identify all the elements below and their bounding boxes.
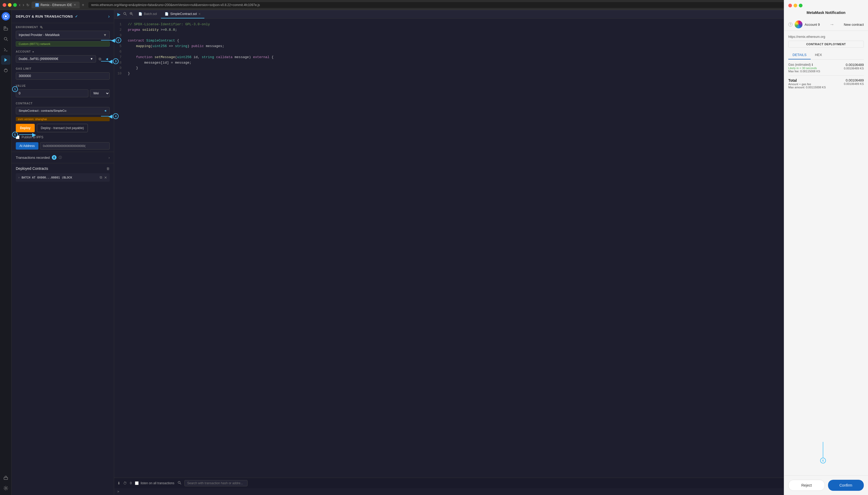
environment-selector[interactable]: Injected Provider - MetaMask ▼	[16, 31, 110, 39]
gas-limit-label: GAS LIMIT	[12, 65, 114, 71]
sidebar-item-deploy[interactable]	[1, 55, 11, 65]
mm-gas-row: Gas (estimated) ℹ Likely in < 30 seconds…	[788, 63, 864, 73]
copy-account-icon[interactable]: ⧉	[98, 56, 102, 62]
mm-separator	[788, 75, 864, 76]
network-badge: Custom (88771) network	[16, 41, 110, 47]
nav-back[interactable]: ‹	[19, 2, 20, 7]
deploy-button[interactable]: Deploy	[16, 124, 35, 132]
deployed-contracts-section: Deployed Contracts 🗑 › BATCH AT 0X000...…	[12, 163, 114, 185]
deploy-transact-button[interactable]: Deploy - transact (not payable)	[37, 124, 88, 132]
mm-maxfee-value: 0.00115008 KS	[800, 70, 820, 73]
new-tab-button[interactable]: +	[82, 3, 84, 7]
mm-gas-values: 0.00106489 0.00106489 KS	[844, 63, 864, 70]
line-numbers: 1 2 3 4 5 6 7 8 9 10	[114, 19, 123, 478]
gas-limit-input[interactable]	[16, 72, 110, 80]
sidebar-item-settings[interactable]	[1, 483, 11, 493]
nav-refresh[interactable]: ↻	[26, 3, 30, 7]
editor-tabs: ▶ 📄 Batch.sol 📄 SimpleContract.sol ✕	[114, 10, 868, 19]
account-dropdown-icon: ▼	[90, 57, 93, 61]
reject-button[interactable]: Reject	[788, 480, 825, 491]
sidebar-item-plugins[interactable]	[1, 473, 11, 482]
copy-contract-icon[interactable]: ⧉	[100, 175, 102, 180]
transactions-label: Transactions recorded	[16, 156, 50, 159]
value-group: Wei Gwei Finney Ether	[12, 88, 114, 99]
sidebar-item-search[interactable]	[1, 34, 11, 44]
terminal-clock-icon[interactable]: ⏱	[123, 481, 127, 485]
account-export-icon[interactable]: ◄	[104, 56, 110, 62]
terminal-count: 0	[130, 481, 132, 485]
terminal-icons: ⬇ ⏱	[117, 481, 127, 485]
mm-tab-hex[interactable]: HEX	[811, 51, 826, 59]
run-action[interactable]: ▶	[116, 11, 121, 18]
tab-simple-contract-sol[interactable]: 📄 SimpleContract.sol ✕	[161, 10, 204, 18]
environment-value: Injected Provider - MetaMask	[19, 33, 60, 37]
zoom-action[interactable]	[128, 11, 134, 18]
mm-minimize-button[interactable]	[794, 4, 797, 7]
value-input[interactable]	[16, 89, 88, 97]
batch-sol-label: Batch.sol	[144, 12, 157, 16]
terminal-prompt: >	[114, 488, 868, 495]
sidebar-item-compile[interactable]	[1, 45, 11, 54]
contract-label: CONTRACT	[12, 99, 114, 106]
contract-group: SimpleContract - contracts/SimpleCo: ◄	[12, 106, 114, 117]
code-content[interactable]: // SPDX-License-Identifier: GPL-3.0-only…	[123, 19, 868, 478]
contract-expand-icon[interactable]: ›	[18, 176, 19, 179]
close-tab-simple-contract[interactable]: ✕	[198, 12, 201, 16]
publish-ipfs-checkbox[interactable]	[16, 135, 19, 139]
mm-tab-details[interactable]: DETAILS	[788, 51, 811, 59]
mm-traffic-lights	[788, 4, 864, 7]
mm-fullscreen-button[interactable]	[799, 4, 802, 7]
mm-gas-amount: 0.00106489	[844, 63, 864, 67]
svg-point-11	[123, 12, 126, 15]
value-row: Wei Gwei Finney Ether	[16, 89, 110, 97]
remove-contract-icon[interactable]: ✕	[104, 176, 107, 180]
plugin-icon: 🔌	[40, 26, 43, 29]
terminal-search-icon	[178, 481, 181, 485]
contract-selector[interactable]: SimpleContract - contracts/SimpleCo: ◄	[16, 107, 110, 114]
mm-action-buttons: Reject Confirm	[784, 475, 868, 495]
svg-point-17	[178, 481, 180, 483]
svg-line-14	[132, 15, 133, 16]
sidebar-item-debug[interactable]	[1, 66, 11, 75]
tab-batch-sol[interactable]: 📄 Batch.sol	[135, 10, 161, 18]
clear-contracts-icon[interactable]: 🗑	[106, 167, 110, 171]
panel-expand-icon[interactable]: ›	[108, 14, 110, 19]
value-unit-select[interactable]: Wei Gwei Finney Ether	[90, 89, 110, 97]
fullscreen-button[interactable]	[13, 3, 17, 7]
mm-total-row: Total Amount + gas fee Max amount: 0.001…	[788, 78, 864, 89]
url-bar[interactable]: remix.ethereum.org/#lang=en&optimize=fal…	[88, 2, 863, 8]
account-field-group: 0xa9d...5eF91 (999999999€ ▼ ⧉ ◄	[12, 54, 114, 65]
transactions-recorded-row[interactable]: Transactions recorded 0 ⓘ ›	[12, 152, 114, 163]
terminal-download-icon[interactable]: ⬇	[117, 481, 120, 485]
code-area: 1 2 3 4 5 6 7 8 9 10 // SPDX-License-Ide…	[114, 19, 868, 478]
account-selector[interactable]: 0xa9d...5eF91 (999999999€ ▼	[16, 55, 96, 63]
contract-dropdown-icon: ◄	[104, 109, 107, 113]
remix-logo	[2, 12, 10, 20]
icon-sidebar	[0, 10, 12, 495]
svg-marker-7	[4, 58, 7, 62]
tab-close[interactable]: ✕	[74, 3, 76, 6]
mm-close-button[interactable]	[788, 4, 792, 7]
contract-item-name: BATCH AT 0X000...00801 (BLOCK	[21, 176, 98, 179]
mm-max-amount-label: Max amount:	[788, 86, 805, 89]
terminal-bar: ⬇ ⏱ 0 listen on all transactions	[114, 478, 868, 488]
sidebar-item-files[interactable]	[1, 24, 11, 33]
listen-checkbox[interactable]	[135, 481, 139, 485]
transactions-info-icon: ⓘ	[59, 155, 62, 160]
account-info-icon: ●	[32, 50, 34, 53]
nav-forward[interactable]: ›	[23, 2, 24, 7]
deployed-contracts-label: Deployed Contracts	[16, 166, 48, 171]
terminal-search-input[interactable]	[184, 480, 248, 486]
simple-contract-label: SimpleContract.sol	[170, 12, 197, 16]
transactions-expand-icon: ›	[108, 156, 110, 159]
environment-label: ENVIRONMENT 🔌	[12, 23, 114, 30]
at-address-input[interactable]	[40, 142, 110, 150]
confirm-button[interactable]: Confirm	[828, 480, 864, 491]
search-action[interactable]	[122, 11, 128, 18]
at-address-button[interactable]: At Address	[16, 142, 38, 150]
svg-point-1	[5, 15, 7, 17]
deployed-contract-item: › BATCH AT 0X000...00801 (BLOCK ⧉ ✕	[16, 173, 110, 182]
browser-tab[interactable]: R Remix - Ethereum IDE ✕	[32, 2, 80, 8]
minimize-button[interactable]	[8, 3, 12, 7]
close-button[interactable]	[3, 3, 6, 7]
